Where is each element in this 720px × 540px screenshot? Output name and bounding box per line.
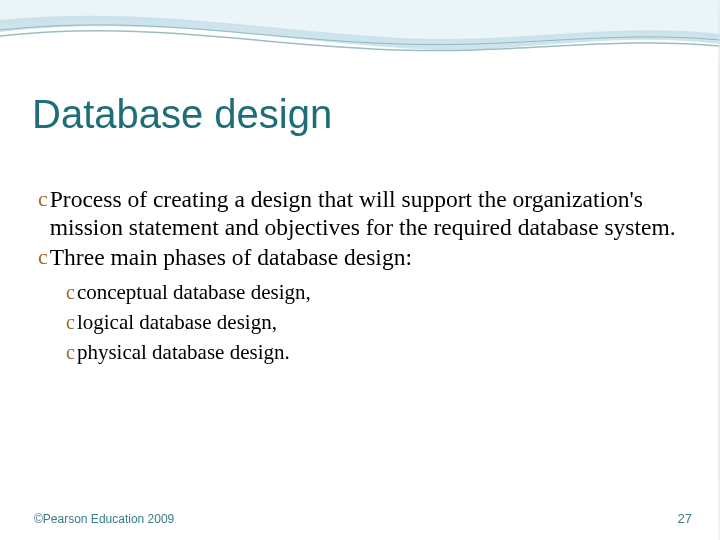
bullet-text: Three main phases of database design: [50,243,412,271]
bullet-icon: c [38,185,48,213]
slide-title: Database design [32,92,332,137]
bullet-level2: c physical database design. [66,339,680,365]
slide: Database design c Process of creating a … [0,0,720,540]
bullet-level2: c conceptual database design, [66,279,680,305]
wave-decoration [0,0,720,75]
slide-body: c Process of creating a design that will… [38,185,680,369]
bullet-text: conceptual database design, [77,279,311,305]
bullet-icon: c [38,243,48,271]
bullet-text: Process of creating a design that will s… [50,185,680,241]
bullet-text: logical database design, [77,309,277,335]
bullet-level2: c logical database design, [66,309,680,335]
bullet-level1: c Three main phases of database design: [38,243,680,271]
decorative-top-band [0,0,720,75]
bullet-icon: c [66,309,75,335]
sub-bullet-group: c conceptual database design, c logical … [66,279,680,365]
bullet-icon: c [66,279,75,305]
bullet-icon: c [66,339,75,365]
bullet-level1: c Process of creating a design that will… [38,185,680,241]
page-number: 27 [678,511,692,526]
bullet-text: physical database design. [77,339,290,365]
footer-copyright: ©Pearson Education 2009 [34,512,174,526]
